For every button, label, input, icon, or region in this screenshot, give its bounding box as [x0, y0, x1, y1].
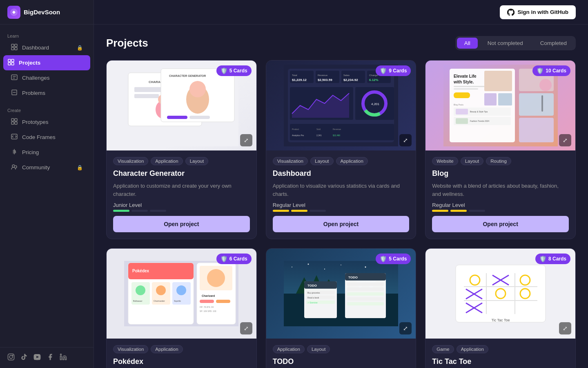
projects-label: Projects — [19, 60, 40, 66]
svg-rect-6 — [11, 59, 14, 62]
level-dots-dashboard — [273, 210, 410, 212]
challenges-label: Challenges — [22, 75, 50, 81]
svg-text:Charizard: Charizard — [202, 294, 215, 297]
svg-text:Squirtle: Squirtle — [174, 300, 181, 302]
svg-text:Fashion Trends 2024: Fashion Trends 2024 — [470, 120, 489, 122]
dot-2 — [291, 210, 307, 212]
filter-not-completed[interactable]: Not completed — [480, 38, 530, 49]
project-card-pokedex: Pokédex Bulbasaur Charmander Squirtle — [106, 248, 257, 368]
youtube-icon[interactable] — [33, 353, 41, 362]
card-body-dashboard: Visualization Layout Application Dashboa… — [266, 150, 416, 239]
app-logo-icon — [7, 6, 20, 19]
codeframes-label: Code Frames — [22, 134, 56, 140]
card-title-dashboard: Dashboard — [273, 169, 410, 178]
sign-in-button[interactable]: Sign in with GitHub — [500, 5, 576, 19]
open-project-dashboard[interactable]: Open project — [273, 216, 410, 232]
tag-application: Application — [151, 157, 183, 165]
dot-1 — [432, 210, 448, 212]
expand-button-todo[interactable]: ⤢ — [399, 322, 412, 334]
svg-rect-60 — [290, 124, 394, 140]
tag-lay-t: Layout — [307, 345, 330, 353]
tag-routing: Routing — [486, 157, 511, 165]
card-body-pokedex: Visualization Application Pokédex Applic… — [107, 339, 256, 368]
shield-icon-tictactoe: 🛡️ — [539, 256, 546, 262]
tag-list-blog: Website Layout Routing — [432, 157, 569, 165]
card-image-character: CHARACTER GENERATOR — [107, 61, 256, 150]
svg-rect-8 — [11, 63, 14, 65]
svg-rect-13 — [11, 122, 14, 124]
svg-text:Blog Posts: Blog Posts — [454, 103, 463, 106]
instagram-icon[interactable] — [7, 353, 15, 362]
svg-text:Read a book: Read a book — [307, 296, 319, 299]
tag-visualization: Visualization — [113, 157, 148, 165]
sidebar: BigDevSoon Learn Dashboard 🔒 Projects Ch… — [0, 0, 94, 368]
dot-1 — [273, 210, 289, 212]
svg-rect-88 — [541, 95, 543, 112]
svg-text:Analytics Pro: Analytics Pro — [292, 134, 304, 137]
tag-app-p: Application — [151, 345, 183, 353]
filter-completed[interactable]: Completed — [533, 38, 574, 49]
expand-button-blog[interactable]: ⤢ — [559, 134, 571, 146]
project-card-todo: TODO Buy groceries Read a book ✓ Exercis… — [266, 248, 416, 368]
sidebar-item-community[interactable]: Community 🔒 — [3, 160, 90, 175]
tiktok-icon[interactable] — [20, 353, 28, 362]
sidebar-item-codeframes[interactable]: Code Frames — [3, 130, 90, 145]
prototypes-label: Prototypes — [22, 119, 49, 125]
sidebar-item-pricing[interactable]: Pricing — [3, 145, 90, 160]
expand-button-pokedex[interactable]: ⤢ — [240, 322, 252, 334]
expand-button-character[interactable]: ⤢ — [240, 134, 252, 146]
svg-point-87 — [539, 79, 552, 91]
filter-tabs: All Not completed Completed — [455, 36, 576, 50]
card-level-character: Junior Level — [113, 202, 250, 208]
card-badge-dashboard: 🛡️ 9 Cards — [376, 65, 411, 76]
app-name: BigDevSoon — [24, 9, 60, 16]
svg-point-139 — [365, 267, 366, 268]
badge-count-todo: 5 Cards — [389, 256, 407, 262]
expand-button-tictactoe[interactable]: ⤢ — [559, 322, 571, 334]
svg-rect-134 — [347, 302, 384, 305]
level-dots-character — [113, 210, 250, 212]
svg-point-136 — [307, 264, 309, 265]
svg-rect-72 — [454, 88, 478, 90]
projects-icon — [7, 59, 15, 67]
svg-text:$2,503.59: $2,503.59 — [318, 78, 332, 82]
dot-2 — [450, 210, 467, 212]
card-body-character: Visualization Application Layout Charact… — [107, 150, 256, 239]
svg-point-97 — [156, 285, 166, 295]
svg-text:Pokédex: Pokédex — [132, 269, 149, 273]
challenges-icon — [11, 74, 18, 82]
card-title-todo: TODO — [273, 357, 410, 366]
card-body-todo: Application Layout TODO Application to t… — [266, 339, 416, 368]
svg-rect-5 — [8, 59, 11, 62]
open-project-character[interactable]: Open project — [113, 216, 250, 232]
project-card-character-generator: CHARACTER GENERATOR — [106, 60, 257, 239]
svg-text:Tic Tac Toe: Tic Tac Toe — [491, 318, 510, 322]
svg-text:4,201: 4,201 — [371, 102, 380, 106]
expand-button-dashboard[interactable]: ⤢ — [399, 134, 412, 146]
svg-text:Beauty & Style Tips: Beauty & Style Tips — [470, 110, 488, 113]
tag-list-todo: Application Layout — [273, 345, 410, 353]
problems-icon — [11, 89, 18, 97]
sidebar-item-problems[interactable]: Problems — [3, 85, 90, 101]
svg-text:with Style.: with Style. — [453, 80, 474, 84]
sidebar-item-projects[interactable]: Projects — [3, 55, 90, 70]
tag-list-dashboard: Visualization Layout Application — [273, 157, 410, 165]
svg-point-37 — [189, 81, 206, 97]
facebook-icon[interactable] — [47, 353, 54, 362]
sidebar-item-challenges[interactable]: Challenges — [3, 70, 90, 85]
card-image-tictactoe: Tic Tac Toe 🛡️ 8 Cards ⤢ — [425, 249, 575, 339]
svg-text:6.12%: 6.12% — [369, 78, 379, 82]
svg-rect-39 — [189, 116, 210, 119]
svg-point-18 — [9, 355, 13, 359]
tag-list-tictactoe: Game Application — [432, 345, 569, 353]
dot-1 — [113, 210, 129, 212]
sidebar-item-prototypes[interactable]: Prototypes — [3, 114, 90, 130]
open-project-blog[interactable]: Open project — [432, 216, 569, 232]
svg-rect-38 — [167, 116, 187, 119]
tag-layout: Layout — [185, 157, 209, 165]
linkedin-icon[interactable] — [60, 353, 67, 362]
filter-all[interactable]: All — [457, 38, 478, 49]
sidebar-item-dashboard[interactable]: Dashboard 🔒 — [3, 40, 90, 55]
svg-text:Bulbasaur: Bulbasaur — [133, 300, 143, 302]
svg-rect-73 — [454, 92, 470, 98]
